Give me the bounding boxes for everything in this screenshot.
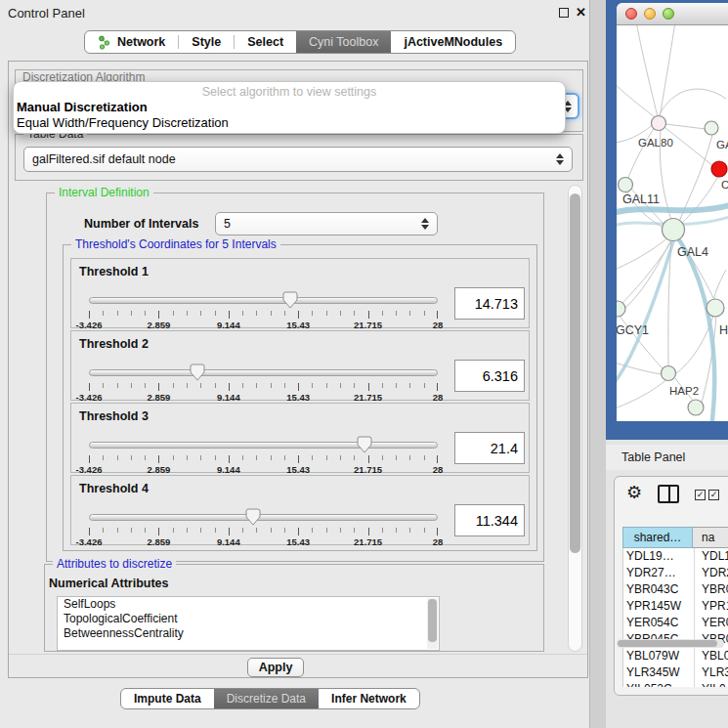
threshold-label: Threshold 1 xyxy=(79,265,149,278)
float-window-icon[interactable] xyxy=(559,8,569,18)
tab-jactivemnodules[interactable]: jActiveMNodules xyxy=(391,31,515,53)
interval-definition-group-title: Interval Definition xyxy=(55,186,153,199)
tab-cyni-toolbox[interactable]: Cyni Toolbox xyxy=(296,31,391,53)
node-partial-top-right[interactable] xyxy=(705,121,718,135)
number-of-intervals-label: Number of Intervals xyxy=(84,217,198,231)
slider-ticks xyxy=(89,455,438,464)
tab-discretize-data[interactable]: Discretize Data xyxy=(214,689,319,708)
node-gal4[interactable] xyxy=(663,219,685,241)
network-graph: GAL80 GA C GAL11 GAL4 GCY1 H HAP2 xyxy=(617,25,728,421)
network-icon xyxy=(98,35,111,50)
tab-network[interactable]: Network xyxy=(85,31,178,53)
table-row[interactable]: YER054CYER0 xyxy=(623,615,728,631)
column-layout-icon[interactable] xyxy=(658,485,679,503)
network-window-titlebar[interactable] xyxy=(617,3,728,25)
slider-track[interactable] xyxy=(89,369,438,376)
combo-arrows-icon xyxy=(421,218,429,230)
algorithm-hint-item: Select algorithm to view settings xyxy=(14,85,565,99)
threshold-slider[interactable]: -3.426 2.859 9.144 15.43 21.715 28 xyxy=(89,363,438,400)
table-row[interactable]: YDR27…YDR2 xyxy=(623,565,728,581)
threshold-slider[interactable]: -3.426 2.859 9.144 15.43 21.715 28 xyxy=(89,507,438,544)
tab-label: jActiveMNodules xyxy=(404,35,502,49)
tab-label: Style xyxy=(192,35,221,49)
tab-label: Impute Data xyxy=(134,692,201,706)
threshold-value-field[interactable]: 21.4 xyxy=(454,432,525,464)
node-gal80[interactable] xyxy=(652,116,666,131)
list-scrollbar[interactable] xyxy=(427,598,438,649)
cyni-content-frame: Discretization Algorithm Select algorith… xyxy=(8,61,588,678)
node-bottom-partial[interactable] xyxy=(688,400,704,415)
cyni-bottom-tab-bar: Impute Data Discretize Data Infer Networ… xyxy=(120,688,420,709)
apply-bar: Apply xyxy=(9,654,587,678)
node-label-gal80: GAL80 xyxy=(638,137,673,149)
threshold-panel: Threshold 1 -3.426 xyxy=(70,258,530,328)
threshold-value-field[interactable]: 6.316 xyxy=(454,360,525,392)
tab-label: Infer Network xyxy=(331,692,407,706)
slider-thumb[interactable] xyxy=(190,364,205,381)
gear-icon[interactable]: ⚙ xyxy=(626,482,642,502)
settings-scrollbar[interactable] xyxy=(568,185,582,652)
combo-arrows-icon xyxy=(556,153,564,165)
threshold-label: Threshold 3 xyxy=(79,409,149,423)
threshold-panel: Threshold 4 -3.426 xyxy=(70,475,530,545)
table-data-group: Table Data galFiltered.sif default node xyxy=(15,134,583,181)
number-of-intervals-value: 5 xyxy=(224,217,231,231)
tab-style[interactable]: Style xyxy=(179,31,234,53)
node-hap2[interactable] xyxy=(662,366,676,381)
algorithm-dropdown-popup: Select algorithm to view settings Manual… xyxy=(13,81,566,134)
table-panel-section: Table Panel ⚙ ✓ ✓ shared… na YDL19…YDL1 … xyxy=(606,440,728,728)
thresholds-group-title: Threshold's Coordinates for 5 Intervals xyxy=(71,237,280,251)
settings-scrollbar-thumb[interactable] xyxy=(570,193,580,553)
threshold-value-field[interactable]: 14.713 xyxy=(454,287,525,320)
slider-thumb[interactable] xyxy=(245,508,261,526)
tab-infer-network[interactable]: Infer Network xyxy=(319,689,419,708)
list-item[interactable]: BetweennessCentrality xyxy=(58,626,439,641)
slider-track[interactable] xyxy=(89,514,438,521)
table-data-combobox[interactable]: galFiltered.sif default node xyxy=(23,147,573,172)
attributes-group-title: Attributes to discretize xyxy=(53,557,176,571)
column-header-shared-name[interactable]: shared… xyxy=(622,527,693,548)
node-gcy1[interactable] xyxy=(617,301,625,317)
slider-thumb[interactable] xyxy=(282,291,298,309)
slider-track[interactable] xyxy=(89,297,438,304)
control-panel-tab-bar: Network Style Select Cyni Toolbox jActiv… xyxy=(84,30,516,54)
tab-select[interactable]: Select xyxy=(235,31,296,53)
table-panel-title: Table Panel xyxy=(621,450,685,464)
slider-track[interactable] xyxy=(89,442,438,449)
checkbox-icon[interactable]: ✓ xyxy=(708,490,719,500)
panel-title: Control Panel xyxy=(8,6,85,21)
minimize-traffic-light-icon[interactable] xyxy=(644,8,656,20)
threshold-value-field[interactable]: 11.344 xyxy=(454,504,525,536)
network-canvas[interactable]: GAL80 GA C GAL11 GAL4 GCY1 H HAP2 xyxy=(617,25,728,421)
close-icon[interactable]: ✕ xyxy=(576,5,586,20)
threshold-slider[interactable]: -3.426 2.859 9.144 15.43 21.715 28 xyxy=(89,290,438,327)
table-horizontal-scrollbar[interactable] xyxy=(617,639,724,648)
list-item[interactable]: SelfLoops xyxy=(58,597,439,612)
numerical-attributes-list[interactable]: SelfLoops TopologicalCoefficient Between… xyxy=(57,596,440,651)
list-item[interactable]: TopologicalCoefficient xyxy=(58,612,439,626)
table-row[interactable]: YLR345WYLR3 xyxy=(623,664,728,681)
algorithm-option-manual[interactable]: Manual Discretization xyxy=(14,99,565,114)
column-header-name[interactable]: na xyxy=(693,527,728,548)
table-row[interactable]: YIL052CYIL0 xyxy=(623,681,728,687)
checkbox-icon[interactable]: ✓ xyxy=(695,490,706,500)
slider-tick-labels: -3.426 2.859 9.144 15.43 21.715 28 xyxy=(89,536,438,548)
zoom-traffic-light-icon[interactable] xyxy=(663,8,674,20)
algorithm-option-equal-width[interactable]: Equal Width/Frequency Discretization xyxy=(14,114,565,130)
numerical-attributes-label: Numerical Attributes xyxy=(49,577,168,590)
close-traffic-light-icon[interactable] xyxy=(625,8,637,20)
node-selected-red[interactable] xyxy=(711,161,727,177)
tab-impute-data[interactable]: Impute Data xyxy=(121,689,214,708)
threshold-slider[interactable]: -3.426 2.859 9.144 15.43 21.715 28 xyxy=(89,435,438,472)
table-row[interactable]: YBR043CYBR0 xyxy=(623,581,728,598)
slider-thumb[interactable] xyxy=(357,436,372,453)
node-h-partial[interactable] xyxy=(707,299,724,317)
table-row[interactable]: YDL19…YDL1 xyxy=(623,548,728,565)
number-of-intervals-combobox[interactable]: 5 xyxy=(215,212,438,236)
table-panel: ⚙ ✓ ✓ shared… na YDL19…YDL1 YDR27…YDR2 Y… xyxy=(614,476,728,696)
table-row[interactable]: YBL079WYBL0 xyxy=(623,648,728,664)
node-gal11[interactable] xyxy=(619,178,633,193)
apply-button[interactable]: Apply xyxy=(247,658,304,677)
table-row[interactable]: YPR145WYPR1 xyxy=(623,598,728,615)
node-label-gal11: GAL11 xyxy=(622,193,660,206)
